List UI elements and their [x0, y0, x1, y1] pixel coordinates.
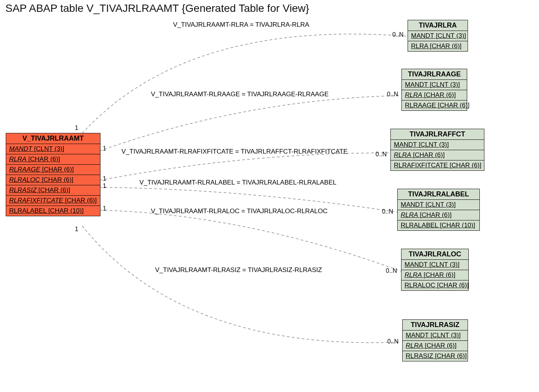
card-left-1: 1 [103, 145, 106, 152]
entity-header: TIVAJRLRAAGE [402, 69, 467, 80]
entity-tivajrlrasiz: TIVAJRLRASIZ MANDT [CLNT (3)] RLRA [CHAR… [402, 319, 468, 361]
entity-main: V_TIVAJRLRAAMT MANDT [CLNT (3)] RLRA [CH… [6, 133, 100, 216]
entity-field: RLRA [CHAR (6)] [408, 41, 468, 51]
edge-label-rlrafixfitcate: V_TIVAJRLRAAMT-RLRAFIXFITCATE = TIVAJRLR… [121, 148, 348, 156]
card-right-0: 0..N [392, 31, 403, 38]
entity-field: RLRALOC [CHAR (6)] [401, 280, 468, 290]
entity-header: TIVAJRLRAFFCT [391, 129, 484, 140]
entity-field: RLRAAGE [CHAR (6)] [402, 100, 467, 110]
entity-header: TIVAJRLRASIZ [403, 320, 468, 330]
card-left-3: 1 [103, 183, 106, 190]
entity-field: MANDT [CLNT (3)] [403, 330, 468, 341]
card-right-5: 0..N [387, 338, 398, 345]
edge-label-rlraloc: V_TIVAJRLRAAMT-RLRALOC = TIVAJRLRALOC-RL… [151, 207, 327, 215]
entity-field: RLRA [CHAR (6)] [401, 270, 468, 280]
entity-tivajrlraage: TIVAJRLRAAGE MANDT [CLNT (3)] RLRA [CHAR… [401, 69, 467, 111]
entity-field: RLRAAGE [CHAR (6)] [6, 165, 100, 175]
entity-field: RLRASIZ [CHAR (6)] [6, 185, 100, 196]
entity-header: TIVAJRLRA [408, 20, 468, 31]
edge-label-rlrasiz: V_TIVAJRLRAAMT-RLRASIZ = TIVAJRLRASIZ-RL… [155, 266, 322, 274]
entity-field: MANDT [CLNT (3)] [398, 200, 479, 210]
entity-field: MANDT [CLNT (3)] [408, 31, 468, 41]
edge-label-rlra: V_TIVAJRLRAAMT-RLRA = TIVAJRLRA-RLRA [173, 21, 309, 29]
edge-label-rlralabel: V_TIVAJRLRAAMT-RLRALABEL = TIVAJRLRALABE… [139, 179, 337, 186]
entity-tivajrlra: TIVAJRLRA MANDT [CLNT (3)] RLRA [CHAR (6… [408, 20, 468, 52]
entity-tivajrlraloc: TIVAJRLRALOC MANDT [CLNT (3)] RLRA [CHAR… [401, 249, 469, 291]
card-left-2: 1 [103, 175, 106, 182]
card-left-5: 1 [75, 226, 78, 233]
card-right-2: 0..N [376, 151, 387, 158]
page-title: SAP ABAP table V_TIVAJRLRAAMT {Generated… [5, 2, 309, 15]
entity-field: RLRALABEL [CHAR (10)] [6, 206, 100, 216]
entity-field: RLRALABEL [CHAR (10)] [398, 220, 479, 230]
entity-tivajrlraffct: TIVAJRLRAFFCT MANDT [CLNT (3)] RLRA [CHA… [390, 129, 484, 171]
entity-field: RLRA [CHAR (6)] [391, 150, 484, 160]
entity-main-header: V_TIVAJRLRAAMT [6, 133, 100, 144]
card-left-4: 1 [103, 205, 106, 212]
card-right-3: 0..N [382, 208, 393, 215]
entity-field: MANDT [CLNT (3)] [402, 80, 467, 90]
entity-field: RLRA [CHAR (6)] [6, 154, 100, 165]
entity-field: RLRAFIXFITCATE [CHAR (6)] [391, 160, 484, 170]
entity-field: RLRALOC [CHAR (6)] [6, 175, 100, 185]
entity-field: RLRAFIXFITCATE [CHAR (6)] [6, 196, 100, 206]
entity-header: TIVAJRLRALABEL [398, 189, 479, 200]
entity-field: MANDT [CLNT (3)] [401, 260, 468, 270]
entity-field: MANDT [CLNT (3)] [6, 144, 100, 154]
entity-tivajrlralabel: TIVAJRLRALABEL MANDT [CLNT (3)] RLRA [CH… [397, 189, 480, 231]
edge-label-rlraage: V_TIVAJRLRAAMT-RLRAAGE = TIVAJRLRAAGE-RL… [151, 91, 329, 98]
card-right-1: 0..N [387, 91, 398, 98]
entity-field: RLRA [CHAR (6)] [402, 90, 467, 100]
entity-field: RLRA [CHAR (6)] [398, 210, 479, 220]
entity-header: TIVAJRLRALOC [401, 249, 468, 260]
entity-field: MANDT [CLNT (3)] [391, 140, 484, 150]
card-left-0: 1 [75, 125, 78, 131]
entity-field: RLRASIZ [CHAR (6)] [403, 351, 468, 361]
entity-field: RLRA [CHAR (6)] [403, 341, 468, 351]
card-right-4: 0..N [386, 267, 397, 274]
